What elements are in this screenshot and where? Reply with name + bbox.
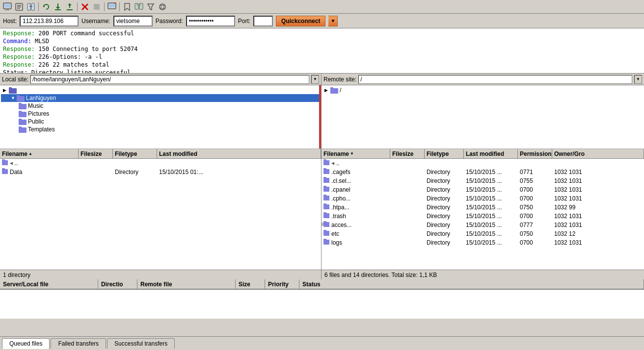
svg-marker-14 — [56, 7, 60, 9]
bottom-tabs: Queued files Failed transfers Successful… — [0, 336, 644, 350]
local-site-label: Local site: — [2, 76, 28, 83]
log-prefix-3: Response: — [3, 53, 35, 60]
connection-bar: Host: Username: Password: Port: Quickcon… — [0, 14, 644, 28]
remote-file-row-acces[interactable]: ⊕ acces... Directory 15/10/2015 ... 0777… — [322, 221, 644, 229]
compare-dirs-button[interactable] — [134, 1, 144, 12]
remote-col-filesize[interactable]: Filesize — [390, 149, 425, 158]
log-text-2: 150 Connecting to port 52074 — [38, 46, 137, 52]
queue-section-header: Server/Local file Directio Remote file S… — [0, 279, 644, 289]
remote-col-owner[interactable]: Owner/Gro — [552, 149, 644, 158]
sep3 — [104, 2, 105, 11]
svg-marker-30 — [148, 4, 154, 10]
remote-file-list[interactable]: ◀ .. .cagefs Directory 15/10/2015 ... 07… — [322, 159, 644, 270]
folder-icon-pictures — [19, 110, 27, 117]
quickconnect-button[interactable]: Quickconnect — [276, 16, 325, 26]
manual-transfer-button[interactable] — [26, 1, 36, 12]
tab-queued-files[interactable]: Queued files — [2, 338, 50, 349]
tree-item-pictures[interactable]: Pictures — [1, 110, 320, 118]
svg-point-32 — [161, 4, 164, 10]
log-line-4: Response: 226 22 matches total — [3, 61, 641, 69]
tree-label-templates: Templates — [28, 126, 55, 133]
folder-icon-root — [9, 87, 17, 94]
local-site-bar: Local site: ▼ — [0, 74, 321, 85]
log-line-3: Response: 226-Options: -a -l — [3, 53, 641, 61]
remote-col-permission[interactable]: Permission — [518, 149, 552, 158]
remote-col-filetype[interactable]: Filetype — [425, 149, 464, 158]
download-button[interactable] — [53, 1, 63, 12]
local-file-row-1[interactable]: Data Directory 15/10/2015 01:... — [0, 168, 321, 176]
remote-file-row-cpanel[interactable]: .cpanel Directory 15/10/2015 ... 0700 10… — [322, 185, 644, 194]
queue-col-direction: Directio — [98, 279, 137, 289]
stop-button[interactable] — [91, 1, 102, 12]
folder-icon-remote — [330, 87, 338, 94]
local-col-filetype[interactable]: Filetype — [113, 149, 157, 158]
username-input[interactable] — [113, 16, 153, 26]
svg-point-31 — [160, 4, 165, 10]
local-col-filename[interactable]: Filename▲ — [0, 149, 79, 158]
refresh-button[interactable] — [41, 1, 52, 12]
bookmark-button[interactable] — [122, 1, 133, 12]
folder-icon-templates — [19, 126, 27, 133]
local-file-row-0[interactable]: ◀ .. — [0, 159, 321, 168]
local-status: 1 directory — [0, 270, 321, 279]
local-col-filesize[interactable]: Filesize — [79, 149, 113, 158]
log-line-5: Status: Directory listing successful — [3, 69, 641, 74]
upload-button[interactable] — [64, 1, 75, 12]
sep2 — [77, 2, 78, 11]
remote-path-input[interactable] — [358, 75, 632, 84]
tree-item-lanNguyen[interactable]: ▼ LanNguyen — [1, 94, 320, 102]
tree-item-remote-root[interactable]: ▶ / — [322, 86, 643, 94]
tree-item-music[interactable]: Music — [1, 102, 320, 110]
queue-col-status: Status — [299, 279, 644, 289]
local-col-modified[interactable]: Last modified — [157, 149, 321, 158]
network-config-button[interactable] — [157, 1, 168, 12]
sep1 — [38, 2, 39, 11]
tree-label-pictures: Pictures — [28, 110, 49, 117]
log-line-2: Response: 150 Connecting to port 52074 — [3, 45, 641, 53]
tree-label-music: Music — [28, 102, 43, 109]
remote-file-row-up[interactable]: ◀ .. — [322, 159, 644, 168]
remote-file-row-trash[interactable]: .trash Directory 15/10/2015 ... 0700 103… — [322, 212, 644, 221]
remote-status: 6 files and 14 directories. Total size: … — [322, 270, 644, 279]
remote-file-row-logs[interactable]: logs Directory 15/10/2015 ... 0700 1032 … — [322, 238, 644, 247]
remote-col-filename[interactable]: Filename▼ — [322, 149, 390, 158]
port-input[interactable] — [253, 16, 273, 26]
local-path-input[interactable] — [30, 75, 309, 84]
remote-col-modified[interactable]: Last modified — [464, 149, 518, 158]
log-text-3: 226-Options: -a -l — [38, 53, 102, 60]
remote-file-row-htpa[interactable]: .htpa... Directory 15/10/2015 ... 0750 1… — [322, 203, 644, 212]
tree-item-root[interactable]: ▶ — [1, 86, 320, 94]
queue-col-server: Server/Local file — [0, 279, 98, 289]
filter-button[interactable] — [145, 1, 156, 12]
local-file-list[interactable]: ◀ .. Data Directory 15/10/2015 01:... — [0, 159, 321, 270]
queue-area[interactable] — [0, 289, 644, 319]
folder-icon-music — [19, 102, 27, 109]
svg-rect-9 — [31, 3, 34, 10]
tab-successful-transfers[interactable]: Successful transfers — [107, 338, 175, 349]
svg-rect-23 — [109, 4, 115, 7]
transfer-queue-button[interactable] — [14, 1, 25, 12]
tree-item-templates[interactable]: Templates — [1, 125, 320, 133]
local-tree[interactable]: ▶ ▼ LanNguyen Music — [0, 85, 321, 149]
host-input[interactable] — [20, 16, 79, 26]
tree-item-public[interactable]: Public — [1, 118, 320, 125]
cancel-button[interactable] — [80, 1, 90, 12]
log-prefix-1: Command: — [3, 38, 31, 45]
disconnect-button[interactable] — [107, 1, 117, 12]
site-manager-button[interactable] — [2, 1, 13, 12]
remote-path-dropdown[interactable]: ▼ — [634, 75, 642, 84]
quickconnect-dropdown[interactable]: ▼ — [328, 16, 338, 26]
remote-file-row-clsel[interactable]: .cl.sel... Directory 15/10/2015 ... 0755… — [322, 176, 644, 185]
svg-rect-2 — [5, 9, 9, 10]
svg-rect-3 — [6, 9, 9, 9]
remote-file-row-cagefs[interactable]: .cagefs Directory 15/10/2015 ... 0771 10… — [322, 168, 644, 176]
remote-panel: Remote site: ▼ ▶ / Filename▼ — [322, 74, 644, 279]
tab-failed-transfers[interactable]: Failed transfers — [51, 338, 106, 349]
remote-tree[interactable]: ▶ / — [322, 85, 644, 149]
port-label: Port: — [238, 18, 250, 25]
remote-file-row-etc[interactable]: etc Directory 15/10/2015 ... 0750 1032 1… — [322, 229, 644, 238]
acces-icon: ⊕ — [322, 222, 324, 226]
remote-file-row-cpho[interactable]: .cpho... Directory 15/10/2015 ... 0700 1… — [322, 194, 644, 203]
password-input[interactable] — [186, 16, 235, 26]
local-path-dropdown[interactable]: ▼ — [311, 75, 319, 84]
